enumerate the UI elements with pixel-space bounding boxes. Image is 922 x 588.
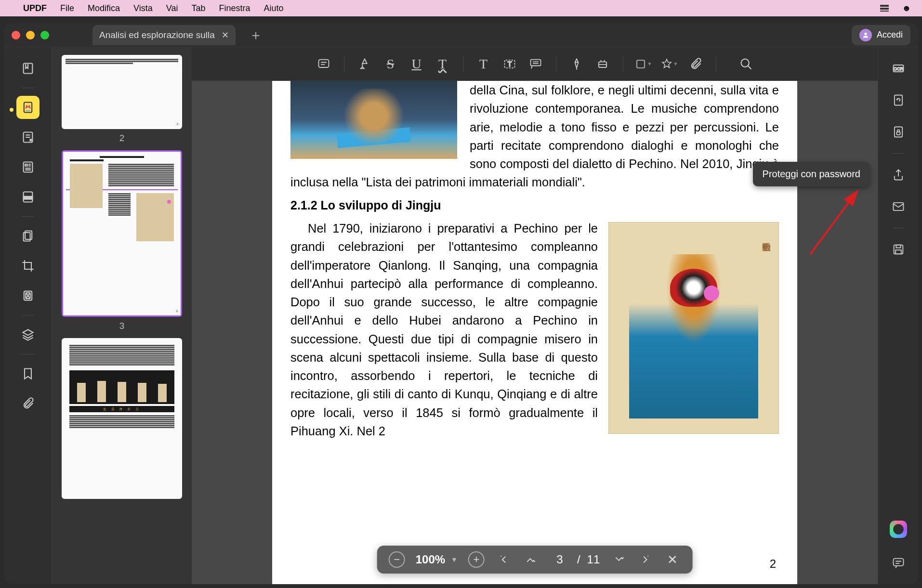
bookmark-button[interactable] [16, 362, 40, 385]
tab-close-button[interactable]: ✕ [222, 30, 229, 40]
underline-tool-button[interactable]: U [408, 55, 425, 73]
minimize-window-button[interactable] [26, 31, 35, 39]
svg-rect-31 [893, 559, 903, 566]
annotation-toolbar: S U T T T ▼ ▼ [192, 47, 878, 81]
reader-mode-button[interactable] [16, 57, 40, 80]
login-label: Accedi [877, 30, 903, 40]
pages-button[interactable] [16, 224, 40, 248]
macos-menubar: UPDF File Modifica Vista Vai Tab Finestr… [0, 0, 922, 16]
right-sidebar: OCR [878, 47, 918, 584]
last-page-button[interactable] [637, 551, 654, 568]
attach-tool-button[interactable] [687, 55, 704, 73]
annotation-dot-icon [704, 286, 719, 301]
current-page-input[interactable]: 3 [549, 553, 570, 566]
textbox-tool-button[interactable]: T [501, 55, 518, 73]
svg-rect-30 [896, 250, 901, 254]
svg-point-21 [741, 59, 749, 66]
comment-mode-button[interactable] [16, 96, 40, 119]
zoom-in-button[interactable]: + [468, 551, 485, 568]
menu-go[interactable]: Vai [166, 3, 178, 13]
document-scroll[interactable]: della Cina, sul folklore, e negli ultimi… [192, 81, 878, 584]
total-pages: 11 [587, 553, 600, 566]
thumb-label: 2 [119, 133, 125, 144]
chevron-down-icon: ▼ [647, 61, 652, 66]
thumbnail-panel[interactable]: 2 2 2 3 [52, 47, 192, 584]
thumbnail-item[interactable]: 2 2 [60, 55, 184, 144]
edit-mode-button[interactable] [16, 126, 40, 149]
shapes-tool-button[interactable]: ▼ [635, 55, 652, 73]
close-window-button[interactable] [12, 31, 20, 39]
svg-text:OCR: OCR [893, 66, 903, 71]
protect-password-button[interactable] [887, 120, 910, 144]
share-button[interactable] [887, 163, 910, 186]
svg-rect-29 [896, 245, 900, 248]
search-button[interactable] [738, 55, 755, 73]
email-button[interactable] [887, 195, 910, 218]
thumbnail-page-2[interactable]: 2 [63, 56, 181, 128]
tab-title: Analisi ed esplorazione sulla [99, 30, 215, 40]
svg-rect-24 [894, 95, 902, 105]
pencil-tool-button[interactable] [568, 55, 585, 73]
svg-rect-26 [896, 132, 900, 135]
maximize-window-button[interactable] [40, 31, 49, 39]
menu-help[interactable]: Aiuto [264, 3, 284, 13]
tooltip-protect-password: Proteggi con password [753, 162, 870, 186]
note-tool-button[interactable] [315, 55, 332, 73]
svg-point-3 [864, 32, 867, 35]
svg-rect-7 [23, 162, 32, 172]
thumbnail-page-4[interactable]: 生 旦 净 末 丑 [63, 339, 181, 498]
pdf-page[interactable]: della Cina, sul folklore, e negli ultimi… [272, 81, 797, 584]
svg-rect-2 [880, 11, 889, 12]
active-indicator-icon [10, 108, 13, 112]
subsection-heading: 2.1.2 Lo sviluppo di Jingju [290, 196, 779, 215]
ai-assistant-button[interactable] [890, 521, 907, 538]
comments-panel-button[interactable] [887, 551, 910, 575]
svg-rect-0 [880, 5, 889, 7]
menu-view[interactable]: Vista [133, 3, 153, 13]
menu-tab[interactable]: Tab [191, 3, 205, 13]
menu-window[interactable]: Finestra [219, 3, 250, 13]
menubar-app-icon[interactable] [879, 3, 890, 13]
thumbnail-item[interactable]: 2 3 [60, 150, 184, 331]
svg-line-32 [810, 191, 857, 254]
thumb-label: 3 [119, 321, 125, 331]
left-sidebar [4, 47, 52, 584]
squiggly-tool-button[interactable]: T [434, 55, 451, 73]
highlight-tool-button[interactable] [356, 55, 373, 73]
thumbnail-page-3[interactable]: 2 [63, 152, 181, 315]
typewriter-tool-button[interactable]: T [475, 55, 492, 73]
page-organize-button[interactable] [16, 156, 40, 179]
next-page-button[interactable] [610, 551, 627, 568]
close-pagecontrol-button[interactable]: ✕ [664, 551, 681, 568]
strikethrough-tool-button[interactable]: S [382, 55, 399, 73]
zoom-display[interactable]: 100% ▼ [416, 553, 458, 566]
app-name-menu[interactable]: UPDF [23, 3, 47, 13]
login-button[interactable]: Accedi [852, 25, 910, 45]
traffic-lights [12, 31, 49, 39]
convert-button[interactable] [887, 89, 910, 112]
prev-page-button[interactable] [522, 551, 539, 568]
menu-edit[interactable]: Modifica [88, 3, 120, 13]
chevron-down-icon: ▼ [673, 61, 678, 66]
crop-button[interactable] [16, 254, 40, 277]
menu-file[interactable]: File [60, 3, 74, 13]
redact-button[interactable] [16, 284, 40, 307]
first-page-button[interactable] [495, 551, 512, 568]
new-tab-button[interactable]: ＋ [240, 26, 271, 44]
ocr-button[interactable]: OCR [887, 57, 910, 80]
stamp-tool-button[interactable]: ▼ [661, 55, 678, 73]
document-tab[interactable]: Analisi ed esplorazione sulla ✕ [92, 25, 236, 45]
save-button[interactable] [887, 238, 910, 261]
app-window: Analisi ed esplorazione sulla ✕ ＋ Accedi [4, 23, 918, 584]
callout-tool-button[interactable] [527, 55, 544, 73]
attachment-button[interactable] [16, 392, 40, 415]
thumbnail-item[interactable]: 生 旦 净 末 丑 [60, 338, 184, 499]
page-control-bar: − 100% ▼ + 3 / 11 ✕ [377, 546, 693, 574]
menubar-smiley-icon[interactable]: ☻ [901, 3, 912, 13]
svg-rect-15 [318, 59, 329, 67]
fill-sign-button[interactable] [16, 185, 40, 209]
layers-button[interactable] [16, 323, 40, 346]
svg-rect-1 [880, 8, 889, 10]
eraser-tool-button[interactable] [594, 55, 611, 73]
zoom-out-button[interactable]: − [389, 551, 405, 568]
